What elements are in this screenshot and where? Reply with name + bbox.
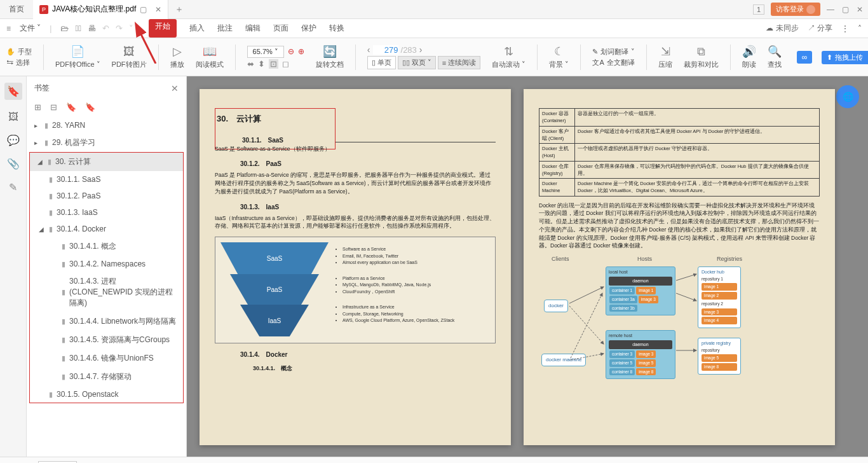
svg-line-5 (676, 274, 696, 280)
tab-annotate[interactable]: 批注 (217, 19, 233, 38)
compress[interactable]: ⇲压缩 (658, 45, 672, 69)
tree-item[interactable]: ▮30.1.4.1. 概念 (30, 237, 183, 256)
collapse-ribbon-icon[interactable]: ˄ (858, 24, 862, 33)
translate-full[interactable]: 文A 全文翻译 (592, 58, 634, 67)
find[interactable]: 🔍查找 (768, 45, 782, 69)
tree-item[interactable]: ▮30.1.4.5. 资源隔离与CGroups (30, 331, 183, 349)
upload-badge[interactable]: ⬆ 拖拽上传 (822, 51, 868, 64)
tree-item[interactable]: ▮30.1.4.3. 进程(CLONE_NEWPID 实现的进程隔离) (30, 272, 183, 312)
cloud-icon[interactable]: ∞ (797, 51, 812, 64)
pdf-to-image[interactable]: 🖼PDF转图片 (112, 45, 147, 69)
collapse-all-icon[interactable]: ⊟ (50, 102, 57, 112)
next-page-icon[interactable]: › (419, 45, 423, 55)
undo-icon[interactable]: ↶ (102, 24, 109, 33)
page-number-box[interactable]: 279 /283 (38, 461, 77, 464)
maximize-button[interactable]: ▢ (842, 5, 849, 14)
tree-item[interactable]: ◢▮30.1.4. Docker (30, 221, 183, 237)
new-tab-button[interactable]: ＋ (168, 4, 190, 15)
prev-page-icon[interactable]: ‹ (367, 45, 370, 55)
title-bar: 首页 P JAVA核心知识点整理.pdf ▢ ✕ ＋ 1 访客登录 — ▢ ✕ (0, 0, 868, 19)
export-icon[interactable]: 🗀᷾ (75, 24, 81, 33)
expand-all-icon[interactable]: ⊞ (34, 102, 41, 112)
thumbnail-panel-icon[interactable]: 🖼 (8, 111, 18, 123)
zoom-level[interactable]: 65.7% ˅ (247, 46, 284, 58)
tree-item[interactable]: ▸▮28. YARN (27, 117, 186, 134)
select-tool[interactable]: ⮀ 选择 (6, 58, 30, 67)
tab-insert[interactable]: 插入 (189, 19, 205, 38)
menu-bar: ≡ 文件 ˅ | 🗁 🗀᷾ 🖶 ↶ ↷ ˅ 开始 插入 批注 编辑 页面 保护 … (0, 19, 868, 38)
fit-page-icon[interactable]: ⬍ (258, 59, 265, 69)
tree-item[interactable]: ▮30.1.4.7. 存储驱动 (30, 368, 183, 386)
tab-protect[interactable]: 保护 (301, 19, 316, 38)
zoom-in-icon[interactable]: ⊕ (298, 47, 304, 56)
signature-panel-icon[interactable]: ✎ (9, 181, 17, 193)
continuous-btn[interactable]: ≡ 连续阅读 (438, 56, 480, 69)
tree-item[interactable]: ▮30.1.3. IaaS (30, 204, 183, 221)
attachment-panel-icon[interactable]: 📎 (7, 158, 20, 170)
play-button[interactable]: ▷播放 (170, 45, 184, 69)
comment-panel-icon[interactable]: 💬 (7, 134, 20, 146)
share-button[interactable]: ↗ 分享 (808, 23, 832, 34)
auto-scroll[interactable]: ⇅自动滚动 ˅ (492, 45, 526, 69)
file-menu[interactable]: 文件 ˅ (20, 23, 41, 34)
left-rail: 🔖 🖼 💬 📎 ✎ (0, 76, 27, 457)
fit-width-icon[interactable]: ⬌ (247, 59, 254, 69)
sidebar-title: 书签 (34, 83, 50, 93)
bookmark-tree: ▸▮28. YARN ▸▮29. 机器学习 ◢▮30. 云计算 ▮30.1.1.… (27, 117, 186, 457)
login-button[interactable]: 访客登录 (771, 3, 820, 16)
tree-item[interactable]: ▮30.1.1. SaaS (30, 171, 183, 188)
single-page-btn[interactable]: ▯ 单页 (367, 56, 396, 69)
rotate-doc[interactable]: 🔄旋转文档 (316, 45, 344, 69)
pdf-page-right: Docker 容器 (Container)容器是独立运行的一个或一组应用。 Do… (524, 89, 835, 445)
home-tab[interactable]: 首页 (0, 0, 33, 19)
svg-line-6 (676, 293, 696, 301)
more-icon[interactable]: ⋮ (841, 24, 849, 33)
fit-visible-icon[interactable]: ◻ (282, 59, 289, 69)
bookmark-sidebar: 书签 ✕ ⊞ ⊟ 🔖 🔖 ▸▮28. YARN ▸▮29. 机器学习 ◢▮30.… (27, 76, 187, 457)
bookmark-settings-icon[interactable]: 🔖 (85, 102, 95, 112)
open-icon[interactable]: 🗁 (60, 24, 69, 33)
actual-size-icon[interactable]: ⊡ (269, 59, 278, 69)
tree-item-active[interactable]: ◢▮30. 云计算 (30, 153, 183, 171)
double-page-btn[interactable]: ▯▯ 双页 ˅ (398, 56, 436, 69)
tab-start[interactable]: 开始 (149, 19, 177, 38)
translate-selection[interactable]: ✎ 划词翻译 ˅ (592, 47, 635, 57)
page-viewport[interactable]: 🌐 30. 云计算 30.1.1. SaaS SaaS 是 Software-a… (187, 76, 868, 457)
crop-compare[interactable]: ⧉裁剪和对比 (684, 45, 719, 69)
sync-status[interactable]: ☁ 未同步 (766, 23, 798, 34)
tree-item[interactable]: ▮30.1.4.2. Namespaces (30, 256, 183, 272)
tree-item[interactable]: ▮30.1.4.6. 镜像与UnionFS (30, 349, 183, 368)
read-mode[interactable]: 📖阅读模式 (196, 45, 224, 69)
menu-icon[interactable]: ≡ (6, 24, 11, 33)
print-icon[interactable]: 🖶 (88, 24, 96, 33)
close-window-button[interactable]: ✕ (857, 5, 863, 14)
avatar-icon (806, 5, 815, 14)
ribbon: ✋ 手型 ⮀ 选择 📄PDF转Office ˅ 🖼PDF转图片 ▷播放 📖阅读模… (0, 38, 868, 76)
pdf-icon: P (39, 5, 48, 14)
tab-page[interactable]: 页面 (273, 19, 288, 38)
file-tab[interactable]: P JAVA核心知识点整理.pdf ▢ ✕ (33, 0, 168, 19)
minimize-button[interactable]: — (827, 5, 834, 14)
tree-item[interactable]: ▸▮29. 机器学习 (27, 134, 186, 152)
pdf-to-office[interactable]: 📄PDF转Office ˅ (55, 45, 100, 69)
tree-item[interactable]: ▮30.1.5. Openstack (30, 386, 183, 403)
hand-tool[interactable]: ✋ 手型 (6, 47, 32, 57)
read-aloud[interactable]: 🔊朗读 (742, 45, 756, 69)
presentation-icon[interactable]: ▢ (140, 5, 149, 14)
translate-floating-icon[interactable]: 🌐 (836, 85, 859, 108)
bookmark-panel-icon[interactable]: 🔖 (4, 83, 22, 100)
pdf-page-left: 30. 云计算 30.1.1. SaaS SaaS 是 Software-as-… (200, 89, 511, 445)
page-number-input[interactable] (373, 45, 398, 55)
redo-dropdown-icon[interactable]: ˅ (129, 24, 133, 33)
background[interactable]: ☾背景 ˅ (549, 45, 569, 69)
add-bookmark-icon[interactable]: 🔖 (66, 102, 76, 112)
redo-icon[interactable]: ↷ (116, 24, 123, 33)
close-tab-icon[interactable]: ✕ (155, 5, 161, 14)
window-count-badge[interactable]: 1 (753, 4, 764, 15)
close-sidebar-icon[interactable]: ✕ (171, 83, 179, 93)
tree-item[interactable]: ▮30.1.4.4. Libnetwork与网络隔离 (30, 312, 183, 331)
tab-edit[interactable]: 编辑 (245, 19, 261, 38)
tree-item[interactable]: ▮30.1.2. PaaS (30, 188, 183, 204)
tab-convert[interactable]: 转换 (329, 19, 344, 38)
zoom-out-icon[interactable]: ⊖ (288, 47, 294, 56)
